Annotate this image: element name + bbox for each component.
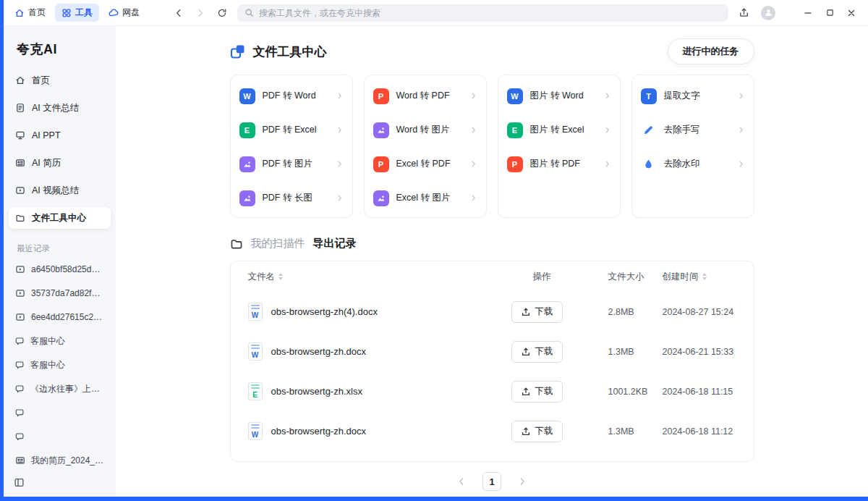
page-number[interactable]: 1 (482, 472, 501, 491)
tool-label: PDF 转 Word (263, 90, 336, 102)
drive-icon (109, 8, 119, 18)
file-name-cell: Wobs-browsertg-zh.docx (248, 422, 501, 440)
maximize-button[interactable] (819, 3, 841, 23)
recent-item[interactable]: 客服中心 (9, 332, 111, 350)
chevron-right-icon (336, 194, 344, 202)
excel-file-icon: E (248, 382, 263, 400)
recent-item[interactable]: 客服中心 (9, 355, 111, 374)
download-label: 下载 (535, 306, 553, 318)
card-icon (15, 455, 25, 466)
tool-item[interactable]: WPDF 转 Word (239, 79, 344, 113)
search-icon (244, 8, 254, 17)
collapse-sidebar-button[interactable] (4, 471, 116, 497)
forward-button[interactable] (195, 8, 205, 18)
tool-item[interactable]: E图片 转 Excel (507, 113, 611, 147)
tool-label: PDF 转 长图 (263, 192, 336, 204)
recent-item-label: 35737da7ad82f11ac66... (31, 288, 104, 298)
recent-item[interactable]: a6450bf58d25d0e251... (9, 260, 111, 279)
recent-item[interactable] (9, 427, 111, 446)
created-time: 2024-06-18 11:15 (657, 387, 742, 397)
sidebar-item-ai-file-summary[interactable]: AI 文件总结 (9, 97, 111, 119)
download-button[interactable]: 下载 (511, 421, 563, 442)
recent-item-label: 我的简历_2024_08_05 (31, 455, 104, 467)
recent-item[interactable]: 35737da7ad82f11ac66... (9, 284, 111, 303)
word-icon: W (239, 88, 255, 104)
tool-item[interactable]: W图片 转 Word (507, 79, 611, 113)
tool-label: PDF 转 图片 (263, 158, 336, 170)
column-header-label: 操作 (533, 271, 551, 283)
word-file-icon: W (248, 303, 263, 321)
chevron-right-icon (336, 160, 344, 168)
sidebar-item-ai-video-summary[interactable]: AI 视频总结 (9, 180, 111, 201)
tool-item[interactable]: 去除水印 (641, 147, 745, 181)
tool-item[interactable]: P图片 转 PDF (507, 147, 611, 181)
sidebar-item-file-tool-center[interactable]: 文件工具中心 (9, 207, 111, 229)
column-header-created[interactable]: 创建时间 (657, 271, 742, 283)
operation-cell: 下载 (501, 381, 595, 403)
tool-item[interactable]: PDF 转 长图 (239, 181, 344, 215)
browser-tab-drive[interactable]: 网盘 (102, 4, 146, 22)
file-name-cell: Wobs-browsertg-zh(4).docx (248, 303, 501, 321)
sidebar-item-ai-ppt[interactable]: AI PPT (9, 125, 111, 146)
window-controls (797, 3, 862, 23)
tool-label: 图片 转 Excel (530, 124, 603, 136)
tool-label: Word 转 PDF (396, 90, 469, 102)
sidebar-item-home[interactable]: 首页 (9, 70, 111, 91)
minimize-button[interactable] (797, 3, 819, 23)
tool-item[interactable]: PExcel 转 PDF (373, 147, 477, 181)
tool-item[interactable]: PDF 转 图片 (239, 147, 344, 181)
avatar[interactable] (761, 6, 775, 20)
browser-tab-home[interactable]: 首页 (8, 4, 52, 22)
image-icon (373, 190, 389, 206)
operation-cell: 下载 (501, 301, 595, 323)
recent-item-label: 6ee4dd27615c277af85... (31, 312, 104, 322)
tool-item[interactable]: PWord 转 PDF (373, 79, 477, 113)
sidebar-item-ai-resume[interactable]: AI 简历 (9, 152, 111, 174)
browser-topbar: 首页工具网盘 (4, 0, 868, 26)
excel-icon: E (507, 122, 523, 138)
recent-item[interactable]: 我的简历_2024_08_05 (9, 451, 111, 470)
recent-item[interactable] (9, 403, 111, 422)
close-button[interactable] (841, 3, 862, 23)
table-row: Wobs-browsertg-zh.docx下载1.3MB2024-06-21 … (248, 332, 742, 371)
recent-item[interactable]: 6ee4dd27615c277af85... (9, 308, 111, 327)
tab-export-records[interactable]: 导出记录 (313, 237, 357, 250)
records-section-header: 我的扫描件 导出记录 (230, 237, 754, 250)
tool-item[interactable]: T提取文字 (641, 79, 745, 113)
back-button[interactable] (174, 8, 184, 18)
toolcase-icon (15, 213, 25, 223)
search-bar[interactable] (237, 4, 728, 22)
created-time: 2024-06-18 11:12 (657, 426, 742, 437)
topbar-actions (739, 6, 775, 20)
next-page-button[interactable] (517, 476, 527, 487)
search-input[interactable] (259, 8, 721, 18)
column-header-filename[interactable]: 文件名 (248, 271, 501, 283)
chevron-right-icon (469, 194, 477, 202)
tool-item[interactable]: 去除手写 (641, 113, 745, 147)
pdf-icon: P (373, 156, 389, 172)
tool-item[interactable]: Excel 转 图片 (373, 181, 477, 215)
page-header: 文件工具中心 进行中的任务 (230, 38, 754, 64)
chevron-right-icon (737, 126, 745, 134)
sort-icon (278, 273, 283, 280)
download-button[interactable]: 下载 (511, 341, 563, 363)
sidebar-item-label: AI 文件总结 (32, 102, 79, 114)
share-button[interactable] (739, 7, 749, 18)
download-button[interactable]: 下载 (511, 301, 563, 323)
recent-item[interactable]: 《边水往事》上映平台... (9, 379, 111, 398)
nav-controls (174, 8, 227, 18)
prev-page-button[interactable] (456, 476, 467, 487)
file-name-cell: Eobs-browsertg-zh.xlsx (248, 382, 501, 400)
tool-label: Excel 转 PDF (396, 158, 469, 170)
tool-item[interactable]: Word 转 图片 (373, 113, 477, 147)
download-button[interactable]: 下载 (511, 381, 563, 403)
refresh-button[interactable] (217, 8, 227, 18)
tool-label: 提取文字 (664, 90, 737, 102)
tab-my-scans[interactable]: 我的扫描件 (251, 237, 305, 250)
chevron-right-icon (737, 92, 745, 100)
browser-tab-tools[interactable]: 工具 (55, 4, 99, 22)
home-icon (14, 8, 25, 18)
ongoing-tasks-button[interactable]: 进行中的任务 (668, 38, 754, 64)
tool-item[interactable]: EPDF 转 Excel (239, 113, 344, 147)
column-header-label: 文件大小 (608, 271, 644, 283)
